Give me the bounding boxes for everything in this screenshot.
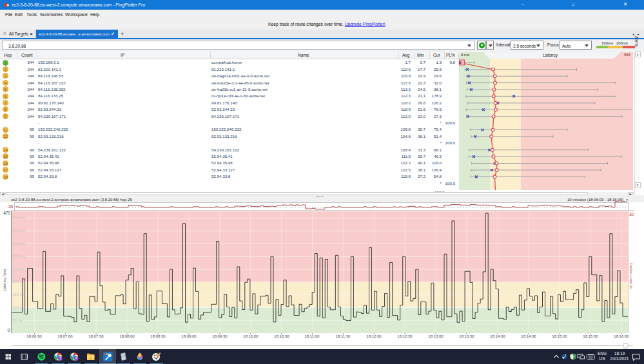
- svg-text:S: S: [59, 357, 61, 360]
- svg-text:P: P: [75, 357, 77, 360]
